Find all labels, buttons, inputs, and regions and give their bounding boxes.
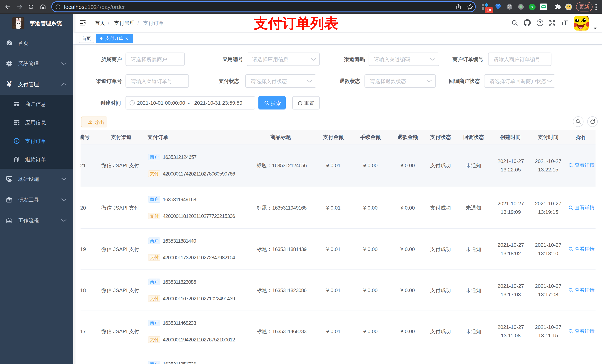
svg-text:T: T <box>564 20 568 26</box>
svg-text:⌘: ⌘ <box>508 5 511 9</box>
svg-text:?: ? <box>539 20 541 25</box>
svg-text:Y: Y <box>531 5 534 9</box>
svg-text:¥: ¥ <box>16 139 18 143</box>
svg-text:T: T <box>561 21 564 26</box>
